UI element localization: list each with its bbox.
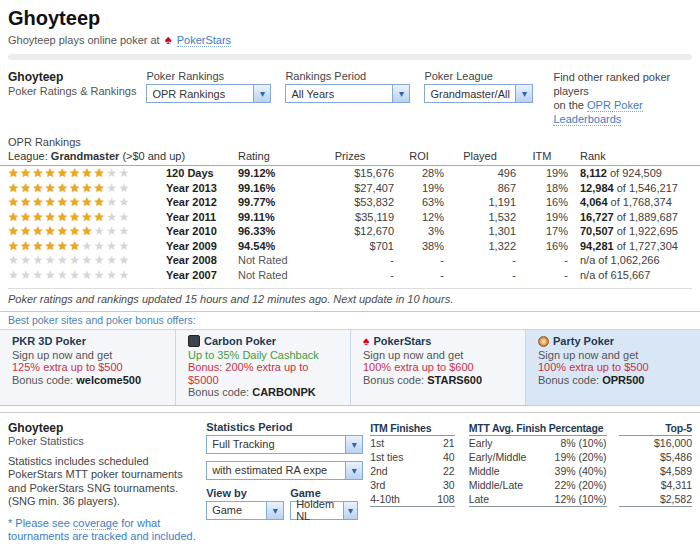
top5-table: Top-5 $16,000 $5,486 $4,589 $4,311 $2,58… [619, 421, 693, 544]
coverage-link[interactable]: coverage [73, 517, 118, 530]
top5-row: $16,000 [619, 436, 693, 450]
col-itm: ITM [516, 150, 568, 162]
star-rating: ★★★★★★★★★★ [8, 181, 166, 195]
rankings-controls-panel: Ghoyteep Poker Ratings & Rankings Poker … [0, 60, 700, 126]
bonus-code: STARS600 [427, 374, 482, 386]
itm-row: 1st ties40 [370, 450, 455, 464]
rankings-period-label: Rankings Period [285, 70, 410, 82]
offer-title: Party Poker [538, 335, 692, 348]
game-label: Game [290, 487, 358, 499]
player-name: Ghoyteep [8, 70, 146, 84]
star-rating: ★★★★★★★★★★ [8, 253, 166, 267]
mtt-row: Early/Middle19% (20%) [469, 450, 607, 464]
statistics-controls: Statistics Period Full Tracking ▾ with e… [206, 421, 370, 544]
ranking-row: ★★★★★★★★★★ 120 Days 99.12% $15,676 28% 4… [0, 166, 700, 181]
rankings-rows: ★★★★★★★★★★ 120 Days 99.12% $15,676 28% 4… [0, 166, 700, 282]
col-rank: Rank [568, 150, 692, 162]
star-rating: ★★★★★★★★★★ [8, 210, 166, 224]
rankings-table-header: League: Grandmaster (>$0 and up) Rating … [0, 148, 700, 166]
top5-row: $2,582 [619, 492, 693, 507]
pokerstars-spade-icon: ♠ [363, 336, 369, 346]
page-title: Ghoyteep [8, 6, 692, 30]
carbon-poker-icon [188, 335, 200, 347]
offer-pkr[interactable]: PKR 3D Poker Sign up now and get 125% ex… [0, 330, 175, 405]
itm-row: 1st21 [370, 436, 455, 450]
poker-league-select[interactable]: Grandmaster/All ▾ [424, 84, 533, 103]
offer-boxes: PKR 3D Poker Sign up now and get 125% ex… [0, 329, 700, 405]
poker-league-control: Poker League Grandmaster/All ▾ [424, 70, 533, 103]
ranking-row: ★★★★★★★★★★ Year 2009 94.54% $701 38% 1,3… [0, 239, 700, 254]
bonus-code: CARBONPK [252, 386, 316, 398]
star-rating: ★★★★★★★★★★ [8, 166, 166, 180]
top5-row: $5,486 [619, 450, 693, 464]
offers-band-label: Best poker sites and poker bonus offers: [0, 312, 700, 329]
star-rating: ★★★★★★★★★★ [8, 224, 166, 238]
chevron-down-icon: ▾ [392, 85, 409, 102]
chevron-down-icon: ▾ [345, 436, 362, 453]
page-header: Ghoyteep Ghoyteep plays online poker at … [0, 0, 700, 60]
statistics-description: Statistics includes scheduled PokerStars… [8, 455, 198, 509]
chevron-down-icon: ▾ [266, 502, 283, 519]
itm-row: 3rd30 [370, 478, 455, 492]
mtt-row: Early8% (10%) [469, 436, 607, 450]
col-prizes: Prizes [306, 150, 394, 162]
top5-row: $4,589 [619, 464, 693, 478]
poker-rankings-label: Poker Rankings [146, 70, 271, 82]
offer-pokerstars[interactable]: ♠PokerStars Sign up now and get 100% ext… [350, 330, 525, 405]
poker-rankings-select[interactable]: OPR Rankings ▾ [146, 84, 271, 103]
itm-row: 2nd22 [370, 464, 455, 478]
view-by-label: View by [206, 487, 284, 499]
chevron-down-icon: ▾ [343, 502, 358, 519]
offer-carbon[interactable]: Carbon Poker Up to 35% Daily Cashback Bo… [175, 330, 350, 405]
offer-title: Carbon Poker [188, 335, 342, 348]
ranking-row: ★★★★★★★★★★ Year 2012 99.77% $53,832 63% … [0, 195, 700, 210]
view-by-select[interactable]: Game ▾ [206, 501, 284, 520]
col-rating: Rating [238, 150, 306, 162]
ranking-row: ★★★★★★★★★★ Year 2007 Not Rated - - - - n… [0, 268, 700, 283]
bonus-code: welcome500 [76, 374, 141, 386]
mtt-row: Late12% (10%) [469, 492, 607, 507]
player-subtitle: Poker Ratings & Rankings [8, 85, 146, 97]
statistics-intro: Ghoyteep Poker Statistics Statistics inc… [8, 421, 206, 544]
star-rating: ★★★★★★★★★★ [8, 268, 166, 282]
ranking-row: ★★★★★★★★★★ Year 2010 96.33% $12,670 3% 1… [0, 224, 700, 239]
bonus-code: OPR500 [602, 374, 644, 386]
coverage-note: * Please see coverage for what tournamen… [8, 517, 198, 544]
player-block: Ghoyteep Poker Ratings & Rankings [8, 70, 146, 97]
poker-rankings-control: Poker Rankings OPR Rankings ▾ [146, 70, 271, 103]
mtt-avg-finish-table: MTT Avg. Finish Percentage Early8% (10%)… [469, 421, 607, 544]
col-played: Played [444, 150, 516, 162]
game-select[interactable]: Holdem NL ▾ [290, 501, 358, 520]
statistics-period-select[interactable]: Full Tracking ▾ [206, 435, 363, 454]
ra-expectation-select[interactable]: with estimated RA expe ▾ [206, 461, 363, 480]
pokerstars-spade-icon: ♠ [165, 32, 172, 47]
itm-finishes-table: ITM Finishes 1st21 1st ties40 2nd22 3rd3… [370, 421, 455, 544]
mtt-row: Middle/Late22% (20%) [469, 478, 607, 492]
mtt-row: Middle39% (40%) [469, 464, 607, 478]
star-rating: ★★★★★★★★★★ [8, 195, 166, 209]
update-note: Poker ratings and rankings updated 15 ho… [8, 288, 692, 305]
offers-strip: Best poker sites and poker bonus offers:… [0, 311, 700, 406]
league-line: League: Grandmaster (>$0 and up) [8, 150, 238, 162]
pokerstars-link[interactable]: PokerStars [177, 34, 231, 47]
ranking-row: ★★★★★★★★★★ Year 2008 Not Rated - - - - n… [0, 253, 700, 268]
top5-row: $4,311 [619, 478, 693, 492]
col-roi: ROI [394, 150, 444, 162]
statistics-section: Ghoyteep Poker Statistics Statistics inc… [0, 412, 700, 544]
star-rating: ★★★★★★★★★★ [8, 239, 166, 253]
chevron-down-icon: ▾ [345, 462, 362, 479]
league-name: Grandmaster [51, 150, 119, 162]
offer-title: ♠PokerStars [363, 335, 517, 348]
itm-row: 4-10th108 [370, 492, 455, 507]
offer-partypoker[interactable]: Party Poker Sign up now and get 100% ext… [525, 330, 700, 405]
rankings-period-select[interactable]: All Years ▾ [285, 84, 410, 103]
ranking-row: ★★★★★★★★★★ Year 2013 99.16% $27,407 19% … [0, 181, 700, 196]
find-players-text: Find other ranked poker players on the O… [553, 70, 692, 126]
statistics-subtitle: Poker Statistics [8, 435, 198, 447]
chevron-down-icon: ▾ [253, 85, 270, 102]
offer-title: PKR 3D Poker [12, 335, 167, 348]
opr-rankings-title: OPR Rankings [0, 126, 700, 148]
party-poker-icon [538, 336, 549, 347]
statistics-period-label: Statistics Period [206, 421, 358, 433]
rankings-period-control: Rankings Period All Years ▾ [285, 70, 410, 103]
